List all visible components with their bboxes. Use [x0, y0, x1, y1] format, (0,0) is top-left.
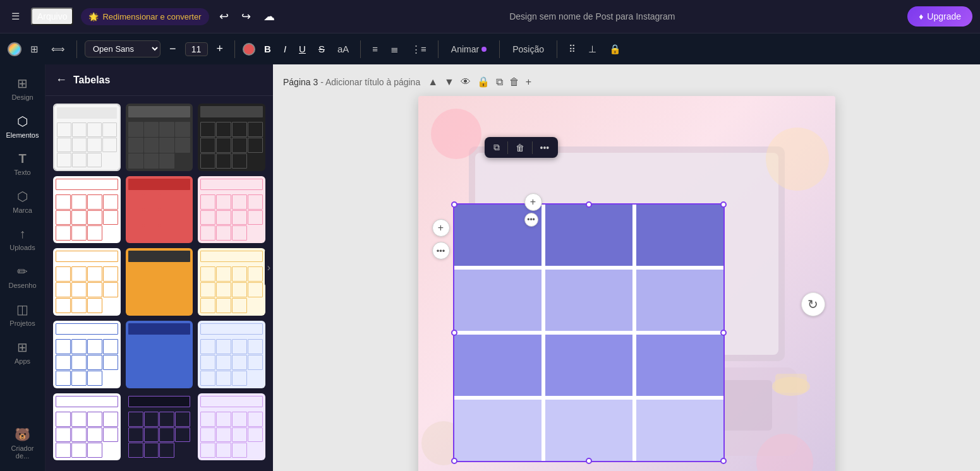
resize-handle-tl[interactable] [451, 201, 457, 208]
table-style-pink-light[interactable] [198, 176, 265, 244]
resize-handle-bl[interactable] [451, 458, 457, 464]
hamburger-menu[interactable]: ☰ [8, 8, 23, 25]
sidebar-item-desenho[interactable]: ✏ Desenho [3, 259, 43, 294]
fit-width-button[interactable]: ⟺ [47, 41, 69, 57]
panel-title: Tabelas [73, 75, 110, 86]
table-cell[interactable] [454, 335, 541, 396]
table-cell[interactable] [636, 335, 723, 396]
italic-button[interactable]: I [280, 41, 290, 57]
svg-rect-10 [775, 374, 807, 393]
table-style-lightblue[interactable] [198, 321, 265, 388]
table-cell[interactable] [636, 270, 723, 331]
page-add-button[interactable]: + [524, 75, 533, 89]
upgrade-button[interactable]: ♦ Upgrade [907, 6, 972, 27]
more-options-button[interactable]: ••• [432, 242, 450, 259]
panel-collapse-button[interactable]: › [265, 249, 273, 286]
page-up-button[interactable]: ▲ [426, 75, 439, 89]
more-col-button[interactable]: ••• [524, 213, 538, 227]
cloud-save-button[interactable]: ☁ [261, 7, 277, 26]
text-color-picker[interactable] [243, 43, 255, 56]
list2-button[interactable]: ⋮≡ [408, 41, 430, 57]
undo-button[interactable]: ↩ [217, 7, 231, 26]
page-down-button[interactable]: ▼ [443, 75, 456, 89]
sidebar-item-apps[interactable]: ⊞ Apps [3, 335, 43, 370]
add-element-button[interactable]: + [432, 219, 450, 237]
sidebar-item-elementos[interactable]: ⬡ Elementos [3, 109, 43, 144]
float-copy-button[interactable]: ⧉ [491, 141, 502, 154]
table-cell[interactable] [545, 400, 632, 461]
table-cell[interactable] [454, 270, 541, 331]
table-style-dark-filled[interactable] [126, 104, 193, 171]
table-cell[interactable] [545, 270, 632, 331]
table-style-lavender[interactable] [198, 393, 265, 461]
sidebar-item-texto[interactable]: T Texto [3, 146, 43, 181]
sidebar-item-projetos[interactable]: ◫ Projetos [3, 297, 43, 332]
resize-handle-tm[interactable] [586, 201, 592, 208]
float-more-button[interactable]: ••• [538, 141, 552, 154]
page-delete-button[interactable]: 🗑 [508, 75, 521, 89]
table-style-blue-outline[interactable] [53, 321, 121, 388]
canvas-rotate-button[interactable]: ↻ [801, 292, 825, 316]
page-header: Página 3 - Adicionar título à página ▲ ▼… [283, 75, 533, 89]
posicao-button[interactable]: Posição [507, 42, 549, 57]
resize-handle-ml[interactable] [451, 330, 457, 336]
table-style-purple-outline[interactable] [53, 393, 121, 461]
canvas-page: ⧉ 🗑 ••• [418, 96, 835, 471]
tables-panel: ← Tabelas [45, 64, 273, 471]
table-style-blue-filled[interactable] [126, 321, 193, 388]
resize-handle-tr[interactable] [720, 201, 727, 208]
add-column-button[interactable]: + [524, 193, 542, 211]
sidebar-item-marca[interactable]: ⬡ Marca [3, 184, 43, 219]
resize-handle-bm[interactable] [586, 458, 592, 464]
table-cell[interactable] [545, 205, 632, 266]
align-button[interactable]: ≡ [368, 41, 382, 57]
table-style-cream[interactable] [198, 248, 265, 316]
panel-back-button[interactable]: ← [56, 73, 67, 86]
font-size-decrease[interactable]: − [166, 41, 180, 57]
table-cell[interactable] [636, 205, 723, 266]
table-style-red-outline[interactable] [53, 176, 121, 244]
table-cell[interactable] [636, 400, 723, 461]
table-style-purple-dark[interactable] [126, 393, 193, 461]
sidebar-item-criador[interactable]: 🐻 Criador de... [3, 422, 43, 465]
divider-3 [360, 40, 361, 58]
case-button[interactable]: aA [334, 41, 353, 57]
resize-handle-mr[interactable] [720, 330, 727, 336]
arquivo-menu[interactable]: Arquivo [31, 8, 73, 25]
font-size-increase[interactable]: + [213, 41, 227, 57]
page-copy-button[interactable]: ⧉ [495, 75, 504, 89]
lock-button[interactable]: 🔒 [605, 41, 625, 57]
page-lock-button[interactable]: 🔒 [476, 75, 491, 89]
list-button[interactable]: ≣ [387, 41, 402, 57]
bold-button[interactable]: B [260, 41, 275, 57]
font-size-input[interactable] [185, 42, 208, 56]
resize-handle-br[interactable] [720, 458, 727, 464]
sidebar-label-criador: Criador de... [6, 444, 39, 460]
redimensionar-button[interactable]: 🌟 Redimensionar e converter [81, 8, 209, 25]
sidebar-item-design[interactable]: ⊞ Design [3, 71, 43, 106]
underline-button[interactable]: U [295, 41, 310, 57]
animar-button[interactable]: Animar [446, 42, 492, 57]
grid-dots-button[interactable]: ⠿ [565, 41, 579, 57]
table-cell[interactable] [454, 400, 541, 461]
table-styles-grid [53, 104, 265, 460]
redo-button[interactable]: ↪ [239, 7, 253, 26]
table-style-red-filled[interactable] [126, 176, 193, 244]
page-eye-button[interactable]: 👁 [459, 75, 472, 89]
table-style-yellow-outline[interactable] [53, 248, 121, 316]
strikethrough-button[interactable]: S [315, 41, 329, 57]
font-family-select[interactable]: Open Sans [85, 40, 160, 57]
table-style-yellow-filled[interactable] [126, 248, 193, 316]
filter-button[interactable]: ⊥ [584, 41, 600, 57]
table-cell[interactable] [545, 335, 632, 396]
grid-view-button[interactable]: ⊞ [27, 41, 42, 57]
float-delete-button[interactable]: 🗑 [513, 141, 527, 154]
table-style-white-outline[interactable] [53, 104, 121, 171]
panel-scroll-area[interactable] [45, 96, 273, 471]
table-style-dark-outline[interactable] [198, 104, 265, 171]
top-bar-left: ☰ Arquivo 🌟 Redimensionar e converter ↩ … [8, 7, 277, 26]
color-picker[interactable] [8, 42, 21, 56]
selected-table-element[interactable] [453, 203, 725, 462]
sidebar-item-uploads[interactable]: ↑ Uploads [3, 222, 43, 256]
sidebar-label-texto: Texto [14, 169, 30, 176]
